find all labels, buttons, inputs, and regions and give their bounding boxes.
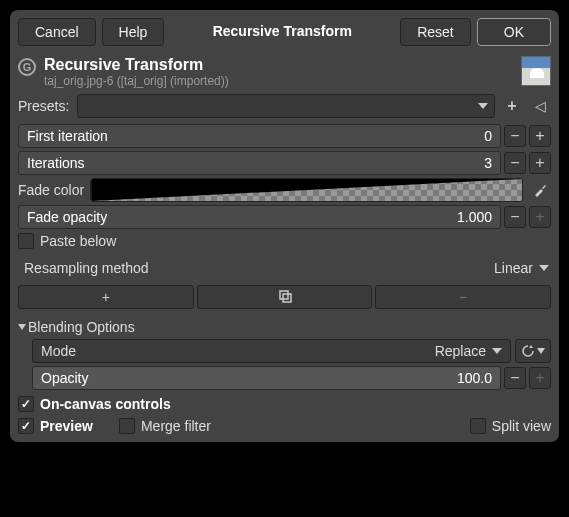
mode-label: Mode bbox=[41, 343, 76, 359]
duplicate-icon bbox=[277, 290, 293, 304]
plus-icon: + bbox=[535, 127, 544, 145]
opacity-label: Opacity bbox=[41, 370, 88, 386]
presets-select[interactable] bbox=[77, 94, 495, 118]
header-subtitle: taj_orig.jpg-6 ([taj_orig] (imported)) bbox=[44, 74, 513, 88]
paste-below-row: Paste below bbox=[18, 233, 551, 249]
merge-filter-checkbox[interactable] bbox=[119, 418, 135, 434]
transform-duplicate-button[interactable] bbox=[197, 285, 373, 309]
plus-icon: + bbox=[535, 369, 544, 387]
resampling-row[interactable]: Resampling method Linear bbox=[18, 255, 551, 281]
preset-manage-button[interactable]: ◁ bbox=[529, 95, 551, 117]
paste-below-label: Paste below bbox=[40, 233, 116, 249]
fade-color-label: Fade color bbox=[18, 182, 84, 198]
transform-add-button[interactable]: + bbox=[18, 285, 194, 309]
on-canvas-checkbox[interactable] bbox=[18, 396, 34, 412]
preview-label: Preview bbox=[40, 418, 93, 434]
thumbnail[interactable] bbox=[521, 56, 551, 86]
help-button[interactable]: Help bbox=[102, 18, 165, 46]
merge-filter-label: Merge filter bbox=[141, 418, 211, 434]
split-view-label: Split view bbox=[492, 418, 551, 434]
iterations-inc[interactable]: + bbox=[529, 152, 551, 174]
transform-buttons: + − bbox=[18, 285, 551, 309]
first-iteration-field[interactable]: First iteration 0 bbox=[18, 124, 501, 148]
presets-label: Presets: bbox=[18, 98, 69, 114]
plus-icon: + bbox=[535, 154, 544, 172]
chevron-down-icon bbox=[539, 265, 549, 271]
fade-color-row: Fade color bbox=[18, 178, 551, 202]
minus-icon: − bbox=[510, 127, 519, 145]
header-text: Recursive Transform taj_orig.jpg-6 ([taj… bbox=[44, 56, 513, 88]
on-canvas-row: On-canvas controls bbox=[18, 396, 551, 412]
on-canvas-label: On-canvas controls bbox=[40, 396, 171, 412]
ok-button[interactable]: OK bbox=[477, 18, 551, 46]
gegl-icon: G bbox=[18, 58, 36, 76]
fade-color-well[interactable] bbox=[90, 178, 523, 202]
transform-remove-button[interactable]: − bbox=[375, 285, 551, 309]
mode-row: Mode Replace bbox=[32, 339, 551, 363]
cancel-button[interactable]: Cancel bbox=[18, 18, 96, 46]
first-iteration-inc[interactable]: + bbox=[529, 125, 551, 147]
plus-icon: + bbox=[507, 97, 516, 115]
chevron-down-icon bbox=[478, 103, 488, 109]
blending-header[interactable]: Blending Options bbox=[18, 319, 551, 335]
switch-icon bbox=[521, 344, 535, 358]
opacity-dec[interactable]: − bbox=[504, 367, 526, 389]
first-iteration-value: 0 bbox=[484, 128, 492, 144]
mode-value: Replace bbox=[435, 343, 486, 359]
first-iteration-dec[interactable]: − bbox=[504, 125, 526, 147]
eyedropper-icon bbox=[532, 182, 548, 198]
plus-icon: + bbox=[535, 208, 544, 226]
header: G Recursive Transform taj_orig.jpg-6 ([t… bbox=[18, 56, 551, 88]
svg-rect-1 bbox=[283, 294, 291, 302]
fade-opacity-label: Fade opacity bbox=[27, 209, 107, 225]
iterations-row: Iterations 3 − + bbox=[18, 151, 551, 175]
expand-icon bbox=[18, 324, 26, 330]
mode-switch-button[interactable] bbox=[515, 339, 551, 363]
preset-add-button[interactable]: + bbox=[501, 95, 523, 117]
chevron-down-icon bbox=[537, 348, 545, 354]
fade-opacity-value: 1.000 bbox=[457, 209, 492, 225]
preview-checkbox[interactable] bbox=[18, 418, 34, 434]
presets-row: Presets: + ◁ bbox=[18, 94, 551, 118]
opacity-value: 100.0 bbox=[457, 370, 492, 386]
iterations-label: Iterations bbox=[27, 155, 85, 171]
opacity-row: Opacity 100.0 − + bbox=[32, 366, 551, 390]
plus-icon: + bbox=[102, 289, 110, 305]
first-iteration-row: First iteration 0 − + bbox=[18, 124, 551, 148]
fade-opacity-row: Fade opacity 1.000 − + bbox=[18, 205, 551, 229]
fade-color-picker[interactable] bbox=[529, 179, 551, 201]
iterations-value: 3 bbox=[484, 155, 492, 171]
opacity-inc: + bbox=[529, 367, 551, 389]
opacity-field[interactable]: Opacity 100.0 bbox=[32, 366, 501, 390]
minus-icon: − bbox=[510, 369, 519, 387]
split-view-checkbox[interactable] bbox=[470, 418, 486, 434]
first-iteration-label: First iteration bbox=[27, 128, 108, 144]
reset-button[interactable]: Reset bbox=[400, 18, 471, 46]
bottom-row: Preview Merge filter Split view bbox=[18, 418, 551, 434]
dialog-title: Recursive Transform bbox=[170, 18, 394, 46]
minus-icon: − bbox=[510, 154, 519, 172]
manage-icon: ◁ bbox=[535, 98, 546, 114]
fade-opacity-field[interactable]: Fade opacity 1.000 bbox=[18, 205, 501, 229]
minus-icon: − bbox=[510, 208, 519, 226]
resampling-label: Resampling method bbox=[24, 260, 149, 276]
fade-opacity-inc: + bbox=[529, 206, 551, 228]
resampling-value: Linear bbox=[494, 260, 533, 276]
blending-label: Blending Options bbox=[28, 319, 135, 335]
svg-rect-0 bbox=[280, 291, 288, 299]
chevron-down-icon bbox=[492, 348, 502, 354]
fade-opacity-dec[interactable]: − bbox=[504, 206, 526, 228]
mode-select[interactable]: Mode Replace bbox=[32, 339, 511, 363]
header-title: Recursive Transform bbox=[44, 56, 513, 74]
paste-below-checkbox[interactable] bbox=[18, 233, 34, 249]
iterations-field[interactable]: Iterations 3 bbox=[18, 151, 501, 175]
minus-icon: − bbox=[459, 289, 467, 305]
dialog: Cancel Help Recursive Transform Reset OK… bbox=[10, 10, 559, 442]
iterations-dec[interactable]: − bbox=[504, 152, 526, 174]
dialog-buttons: Cancel Help Recursive Transform Reset OK bbox=[18, 18, 551, 46]
